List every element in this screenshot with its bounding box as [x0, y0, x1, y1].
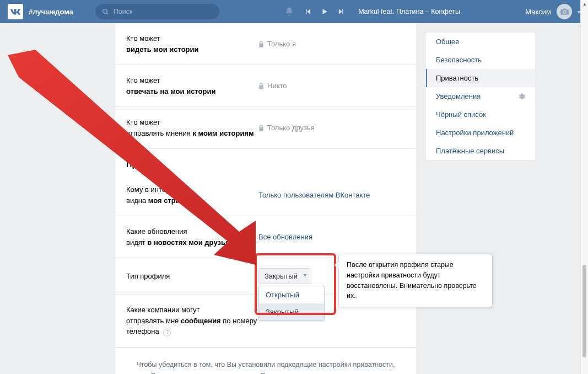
setting-label: Кому в интернете видна моя страница [126, 184, 258, 206]
help-icon[interactable]: ? [163, 329, 171, 336]
top-header: #лучшедома Поиск Markul feat. Платина – … [0, 0, 588, 23]
lock-icon [258, 83, 264, 89]
setting-row[interactable]: Кому в интернете видна моя страница Толь… [115, 174, 416, 216]
sidebar-item-privacy[interactable]: Приватность [426, 69, 535, 87]
next-track-icon[interactable] [337, 8, 345, 15]
setting-row[interactable]: Кто может отвечать на мои истории Никто [115, 65, 416, 107]
setting-label: Какие обновления видят в новостях мои др… [126, 226, 258, 248]
track-title[interactable]: Markul feat. Платина – Конфеты [358, 8, 460, 15]
player-controls: Markul feat. Платина – Конфеты [304, 7, 460, 16]
lock-icon [258, 41, 264, 47]
sidebar-item-general[interactable]: Общее [426, 33, 535, 51]
prev-track-icon[interactable] [304, 8, 312, 15]
search-input[interactable]: Поиск [95, 4, 219, 19]
sidebar-item-payment[interactable]: Платёжные сервисы [426, 142, 535, 160]
gear-icon[interactable] [517, 93, 525, 100]
svg-line-1 [106, 13, 108, 14]
dropdown-menu: Открытый Закрытый [258, 286, 325, 321]
setting-value[interactable]: Только пользователям ВКонтакте [258, 191, 370, 199]
setting-label: Кто может видеть мои истории [126, 33, 258, 55]
settings-sidebar: Общее Безопасность Приватность Уведомлен… [425, 32, 536, 161]
profile-type-tooltip: После открытия профиля старые настройки … [338, 254, 493, 307]
dropdown-button[interactable]: Закрытый [258, 268, 311, 284]
setting-label: Кто может отправлять мнения к моим истор… [126, 117, 258, 138]
setting-label: Кто может отвечать на мои истории [126, 75, 258, 97]
scrollbar-thumb[interactable] [582, 265, 586, 357]
search-placeholder: Поиск [114, 8, 133, 15]
setting-row[interactable]: Какие обновления видят в новостях мои др… [115, 216, 416, 258]
username: Максим [525, 8, 551, 16]
setting-row[interactable]: Кто может отправлять мнения к моим истор… [115, 107, 416, 149]
preview-link[interactable]: посмотреть, как видят Вашу страницу друг… [188, 372, 379, 375]
header-center: Markul feat. Платина – Конфеты [219, 6, 525, 17]
setting-value: Только я [258, 40, 296, 48]
search-icon [102, 8, 109, 15]
setting-row[interactable]: Кто может видеть мои истории Только я [115, 23, 416, 65]
section-title-other: Прочее [115, 149, 416, 174]
header-user[interactable]: Максим ▾ [525, 4, 580, 19]
privacy-footer-note: Чтобы убедиться в том, что Вы установили… [115, 348, 416, 375]
setting-label: Тип профиля [126, 271, 258, 282]
setting-value: Только друзья [258, 124, 315, 132]
hashtag[interactable]: #лучшедома [29, 8, 73, 16]
camera-icon [560, 8, 569, 15]
sidebar-item-app-settings[interactable]: Настройки приложений [426, 124, 535, 142]
play-icon[interactable] [321, 7, 328, 16]
scrollbar-up-icon[interactable]: ▲ [582, 2, 587, 7]
profile-type-dropdown[interactable]: Закрытый Открытый Закрытый [258, 268, 311, 284]
avatar [557, 4, 572, 19]
sidebar-item-notifications[interactable]: Уведомления [426, 87, 535, 105]
settings-panel: Кто может видеть мои истории Только я Кт… [115, 23, 417, 374]
setting-label: Какие компании могут отправлять мне сооб… [126, 304, 280, 337]
svg-point-0 [103, 9, 107, 13]
sidebar-item-blacklist[interactable]: Чёрный список [426, 105, 535, 124]
setting-value[interactable]: Все обновления [258, 233, 312, 241]
lock-icon [258, 125, 264, 131]
setting-value: Никто [258, 82, 287, 90]
vk-logo[interactable] [8, 4, 23, 19]
dropdown-option-open[interactable]: Открытый [259, 286, 324, 303]
sidebar-item-security[interactable]: Безопасность [426, 51, 535, 69]
dropdown-option-closed[interactable]: Закрытый [259, 303, 324, 320]
bell-icon[interactable] [284, 6, 294, 17]
